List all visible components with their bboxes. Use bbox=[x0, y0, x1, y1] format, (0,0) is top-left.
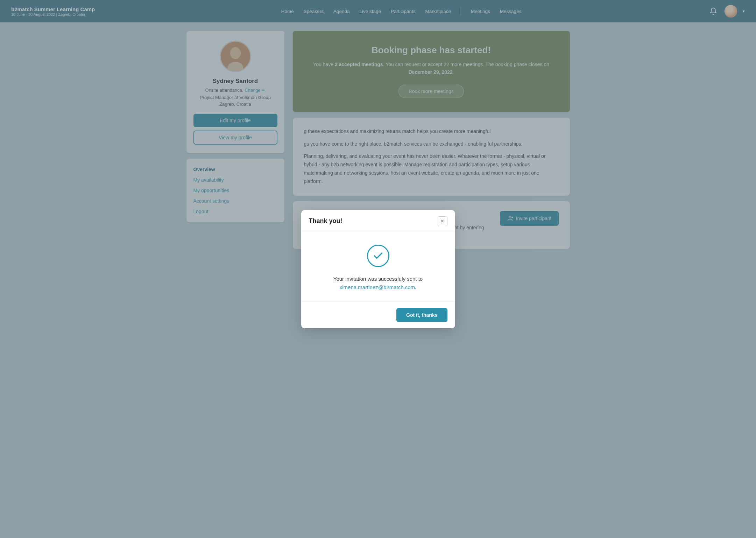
modal-title: Thank you! bbox=[309, 217, 342, 225]
modal-footer: Got it, thanks bbox=[301, 302, 455, 328]
modal-close-button[interactable]: × bbox=[438, 216, 447, 226]
modal-message-prefix: Your invitation was successfuly sent to bbox=[333, 276, 423, 282]
modal-message: Your invitation was successfuly sent to … bbox=[311, 275, 445, 292]
modal-email-link[interactable]: ximena.martinez@b2match.com bbox=[340, 284, 415, 290]
modal-message-suffix: . bbox=[415, 284, 416, 290]
modal-overlay: Thank you! × Your invitation was success… bbox=[0, 0, 756, 538]
thank-you-modal: Thank you! × Your invitation was success… bbox=[301, 210, 455, 328]
modal-confirm-button[interactable]: Got it, thanks bbox=[396, 308, 447, 322]
modal-header: Thank you! × bbox=[301, 210, 455, 232]
success-check-icon bbox=[367, 245, 389, 267]
modal-body: Your invitation was successfuly sent to … bbox=[301, 232, 455, 302]
